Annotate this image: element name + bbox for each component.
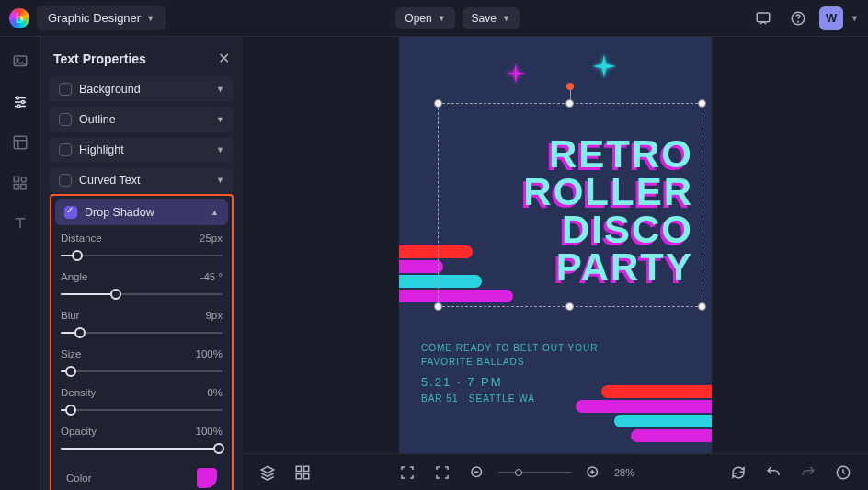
workspace-dropdown[interactable]: Graphic Designer ▼ [37, 6, 166, 30]
panel-title: Text Properties [53, 51, 146, 66]
density-slider[interactable] [61, 404, 223, 416]
svg-point-5 [16, 97, 18, 99]
bottom-toolbar: 28% [243, 453, 868, 490]
svg-point-6 [21, 101, 24, 104]
canvas-area: RETRO ROLLER DISCO PARTY Come ready to b… [243, 37, 868, 490]
drop-shadow-controls: Distance25px Angle-45 ° Blur9px Size100% [55, 225, 228, 490]
density-value: 0% [207, 387, 223, 398]
resize-handle-ne[interactable] [698, 99, 706, 108]
prop-curved-text[interactable]: Curved Text▼ [50, 167, 234, 193]
size-control: Size100% [61, 348, 223, 378]
redo-icon[interactable] [794, 459, 822, 486]
image-tool-icon[interactable] [6, 48, 34, 75]
resize-handle-s[interactable] [565, 302, 574, 311]
top-bar: b Graphic Designer ▼ Open ▼ Save ▼ W ▼ [0, 0, 868, 37]
fullscreen-icon[interactable] [428, 459, 456, 486]
open-button[interactable]: Open ▼ [395, 7, 454, 29]
save-button[interactable]: Save ▼ [463, 7, 520, 29]
chevron-down-icon: ▼ [146, 14, 154, 23]
color-swatch[interactable] [197, 468, 217, 488]
zoom-in-icon[interactable] [579, 459, 607, 486]
shadow-color-control: Color [61, 464, 223, 490]
app-logo[interactable]: b [9, 8, 29, 28]
drop-shadow-highlight: Drop Shadow▲ Distance25px Angle-45 ° Blu… [50, 194, 234, 490]
svg-point-4 [16, 59, 17, 61]
distance-slider[interactable] [61, 249, 223, 262]
panel-header: Text Properties ✕ [40, 37, 243, 76]
prop-background[interactable]: Background▼ [50, 76, 234, 102]
svg-rect-14 [296, 466, 301, 471]
opacity-control: Opacity100% [61, 426, 223, 455]
user-menu-chevron[interactable]: ▼ [851, 14, 859, 23]
prop-drop-shadow[interactable]: Drop Shadow▲ [55, 199, 228, 225]
chevron-down-icon: ▼ [502, 14, 510, 23]
rotate-handle[interactable] [565, 82, 575, 91]
resize-handle-sw[interactable] [434, 302, 442, 311]
sparkle-icon [506, 63, 526, 84]
zoom-value: 28% [614, 467, 647, 478]
size-slider[interactable] [61, 365, 223, 378]
resize-handle-n[interactable] [565, 99, 574, 108]
prop-highlight[interactable]: Highlight▼ [50, 137, 234, 163]
grid-icon[interactable] [289, 459, 316, 486]
close-icon[interactable]: ✕ [218, 50, 230, 67]
distance-value: 25px [200, 233, 223, 244]
angle-control: Angle-45 ° [61, 271, 223, 301]
svg-rect-15 [304, 466, 309, 471]
canvas-viewport[interactable]: RETRO ROLLER DISCO PARTY Come ready to b… [243, 37, 868, 453]
chevron-up-icon: ▲ [211, 208, 219, 217]
poster-subtext[interactable]: Come ready to belt out your favorite bal… [421, 341, 598, 405]
decorative-stripes [576, 385, 712, 444]
layers-icon[interactable] [254, 459, 281, 486]
poster-artboard[interactable]: RETRO ROLLER DISCO PARTY Come ready to b… [399, 37, 712, 453]
history-icon[interactable] [829, 459, 857, 486]
prop-outline[interactable]: Outline▼ [50, 107, 234, 132]
blur-value: 9px [205, 310, 223, 321]
feedback-icon[interactable] [749, 5, 777, 32]
text-tool-icon[interactable] [6, 210, 34, 237]
zoom-slider[interactable] [498, 472, 572, 473]
tool-rail [0, 37, 40, 490]
zoom-out-icon[interactable] [463, 459, 491, 486]
svg-rect-12 [20, 185, 25, 189]
adjust-tool-icon[interactable] [6, 88, 34, 116]
svg-point-13 [566, 83, 574, 90]
blur-control: Blur9px [61, 310, 223, 339]
angle-value: -45 ° [200, 271, 223, 282]
svg-rect-17 [304, 473, 309, 478]
svg-rect-0 [757, 13, 770, 22]
workspace-label: Graphic Designer [48, 11, 141, 25]
size-value: 100% [196, 348, 223, 359]
svg-rect-8 [14, 136, 27, 149]
resize-handle-se[interactable] [698, 302, 706, 311]
templates-tool-icon[interactable] [6, 129, 34, 156]
properties-panel: Text Properties ✕ Background▼ Outline▼ H… [40, 37, 243, 490]
chevron-down-icon: ▼ [438, 14, 446, 23]
svg-point-10 [21, 177, 26, 182]
chevron-down-icon: ▼ [216, 176, 224, 185]
svg-rect-9 [14, 177, 18, 181]
undo-icon[interactable] [760, 459, 787, 486]
opacity-value: 100% [196, 426, 223, 437]
selection-box[interactable] [438, 103, 702, 307]
chevron-down-icon: ▼ [216, 115, 224, 124]
svg-point-2 [798, 21, 799, 22]
distance-control: Distance25px [61, 233, 223, 262]
chevron-down-icon: ▼ [216, 85, 224, 94]
help-icon[interactable] [784, 5, 812, 32]
angle-slider[interactable] [61, 288, 223, 301]
svg-rect-16 [296, 473, 301, 478]
refresh-icon[interactable] [725, 459, 752, 486]
fit-screen-icon[interactable] [394, 459, 421, 486]
blur-slider[interactable] [61, 326, 223, 339]
user-avatar[interactable]: W [819, 6, 843, 30]
svg-rect-11 [14, 185, 18, 189]
density-control: Density0% [61, 387, 223, 416]
elements-tool-icon[interactable] [6, 169, 34, 197]
chevron-down-icon: ▼ [216, 145, 224, 154]
sparkle-icon [592, 54, 616, 78]
resize-handle-nw[interactable] [434, 99, 442, 108]
svg-point-7 [17, 105, 20, 108]
opacity-slider[interactable] [61, 442, 223, 455]
